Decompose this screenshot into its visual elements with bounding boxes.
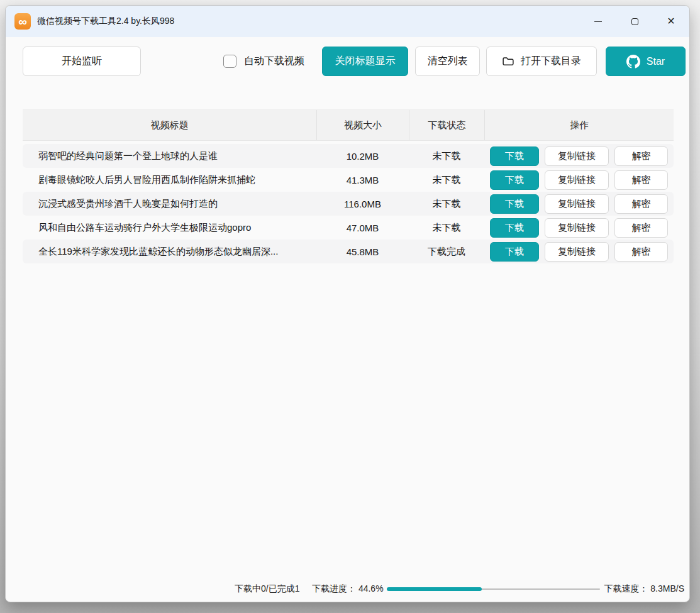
clear-list-button[interactable]: 清空列表 bbox=[415, 47, 480, 76]
download-button[interactable]: 下载 bbox=[490, 146, 539, 166]
decrypt-button[interactable]: 解密 bbox=[614, 194, 668, 214]
app-window: ∞ 微信视频号下载工具2.4 by.长风998 ✕ 开始监听 自动下载视频 关闭… bbox=[5, 5, 690, 602]
table-row: 沉浸式感受贵州珍酒千人晚宴是如何打造的 116.0MB 未下载 下载 复制链接 … bbox=[23, 192, 674, 216]
progress-fill bbox=[387, 587, 482, 591]
copy-link-button[interactable]: 复制链接 bbox=[545, 146, 609, 166]
row-actions: 下载 复制链接 解密 bbox=[484, 146, 674, 166]
decrypt-button[interactable]: 解密 bbox=[614, 242, 668, 262]
open-download-dir-label: 打开下载目录 bbox=[521, 55, 581, 68]
speed-label: 下载速度： bbox=[604, 583, 648, 594]
progress-bar bbox=[387, 587, 600, 591]
app-icon: ∞ bbox=[14, 13, 31, 30]
decrypt-button[interactable]: 解密 bbox=[614, 218, 668, 238]
table-body: 弱智吧的经典问题第一个登上地球的人是谁 10.2MB 未下载 下载 复制链接 解… bbox=[23, 141, 674, 263]
download-status-cell: 未下载 bbox=[409, 150, 484, 162]
table-row: 剧毒眼镜蛇咬人后男人冒险用西瓜制作陷阱来抓捕蛇 41.3MB 未下载 下载 复制… bbox=[23, 168, 674, 192]
speed-text: 下载速度： 8.3MB/S bbox=[604, 583, 684, 595]
titlebar: ∞ 微信视频号下载工具2.4 by.长风998 ✕ bbox=[6, 6, 689, 37]
video-size-cell: 10.2MB bbox=[316, 151, 409, 162]
progress-label: 下载进度： bbox=[312, 583, 356, 594]
speed-value: 8.3MB/S bbox=[650, 583, 684, 594]
table-row: 全长119米科学家发现比蓝鲸还长的动物形态似龙幽居深... 45.8MB 下载完… bbox=[23, 240, 674, 263]
header-video-title: 视频标题 bbox=[23, 110, 316, 140]
auto-download-group: 自动下载视频 bbox=[223, 47, 304, 76]
close-icon: ✕ bbox=[667, 16, 675, 26]
maximize-icon bbox=[631, 18, 638, 25]
video-title-cell: 风和自由公路车运动骑行户外大学生极限运动gopro bbox=[23, 222, 316, 234]
window-title: 微信视频号下载工具2.4 by.长风998 bbox=[37, 16, 174, 27]
progress-value: 44.6% bbox=[358, 583, 384, 594]
github-star-button[interactable]: Star bbox=[606, 47, 686, 76]
progress-text: 下载进度： 44.6% bbox=[312, 583, 384, 595]
folder-icon bbox=[502, 55, 514, 67]
close-title-display-button[interactable]: 关闭标题显示 bbox=[322, 47, 408, 76]
download-counts: 下载中0/已完成1 bbox=[235, 583, 299, 595]
minimize-icon bbox=[594, 21, 602, 22]
download-status-cell: 未下载 bbox=[409, 222, 484, 234]
video-size-cell: 116.0MB bbox=[316, 199, 409, 209]
window-controls: ✕ bbox=[576, 10, 686, 33]
github-icon bbox=[626, 55, 640, 69]
download-button[interactable]: 下载 bbox=[490, 170, 539, 190]
maximize-button[interactable] bbox=[620, 10, 649, 33]
download-button[interactable]: 下载 bbox=[490, 218, 539, 238]
video-title-cell: 沉浸式感受贵州珍酒千人晚宴是如何打造的 bbox=[23, 198, 316, 210]
download-status-cell: 下载完成 bbox=[409, 246, 484, 258]
download-status-cell: 未下载 bbox=[409, 174, 484, 186]
github-star-label: Star bbox=[647, 56, 665, 67]
table-row: 风和自由公路车运动骑行户外大学生极限运动gopro 47.0MB 未下载 下载 … bbox=[23, 216, 674, 240]
row-actions: 下载 复制链接 解密 bbox=[484, 242, 674, 262]
table-row: 弱智吧的经典问题第一个登上地球的人是谁 10.2MB 未下载 下载 复制链接 解… bbox=[23, 144, 674, 168]
video-size-cell: 45.8MB bbox=[316, 246, 409, 257]
header-download-status: 下载状态 bbox=[409, 110, 484, 140]
copy-link-button[interactable]: 复制链接 bbox=[545, 242, 609, 262]
header-video-size: 视频大小 bbox=[316, 110, 409, 140]
status-bar: 下载中0/已完成1 下载进度： 44.6% 下载速度： 8.3MB/S bbox=[6, 582, 689, 597]
copy-link-button[interactable]: 复制链接 bbox=[545, 218, 609, 238]
table-header: 视频标题 视频大小 下载状态 操作 bbox=[23, 109, 674, 141]
header-operations: 操作 bbox=[484, 110, 674, 140]
start-listen-button[interactable]: 开始监听 bbox=[23, 47, 141, 76]
auto-download-checkbox[interactable] bbox=[223, 55, 236, 68]
video-title-cell: 全长119米科学家发现比蓝鲸还长的动物形态似龙幽居深... bbox=[23, 246, 316, 258]
row-actions: 下载 复制链接 解密 bbox=[484, 170, 674, 190]
decrypt-button[interactable]: 解密 bbox=[614, 146, 668, 166]
auto-download-label: 自动下载视频 bbox=[244, 55, 304, 68]
row-actions: 下载 复制链接 解密 bbox=[484, 194, 674, 214]
download-status-cell: 未下载 bbox=[409, 198, 484, 210]
video-table: 视频标题 视频大小 下载状态 操作 弱智吧的经典问题第一个登上地球的人是谁 10… bbox=[23, 109, 674, 263]
copy-link-button[interactable]: 复制链接 bbox=[545, 170, 609, 190]
open-download-dir-button[interactable]: 打开下载目录 bbox=[486, 47, 597, 76]
video-size-cell: 47.0MB bbox=[316, 223, 409, 233]
row-actions: 下载 复制链接 解密 bbox=[484, 218, 674, 238]
download-button[interactable]: 下载 bbox=[490, 194, 539, 214]
video-title-cell: 弱智吧的经典问题第一个登上地球的人是谁 bbox=[23, 150, 316, 162]
close-button[interactable]: ✕ bbox=[657, 10, 686, 33]
wechat-channels-icon: ∞ bbox=[18, 16, 27, 28]
minimize-button[interactable] bbox=[584, 10, 613, 33]
video-title-cell: 剧毒眼镜蛇咬人后男人冒险用西瓜制作陷阱来抓捕蛇 bbox=[23, 174, 316, 186]
video-size-cell: 41.3MB bbox=[316, 175, 409, 185]
download-button[interactable]: 下载 bbox=[490, 242, 539, 262]
decrypt-button[interactable]: 解密 bbox=[614, 170, 668, 190]
copy-link-button[interactable]: 复制链接 bbox=[545, 194, 609, 214]
